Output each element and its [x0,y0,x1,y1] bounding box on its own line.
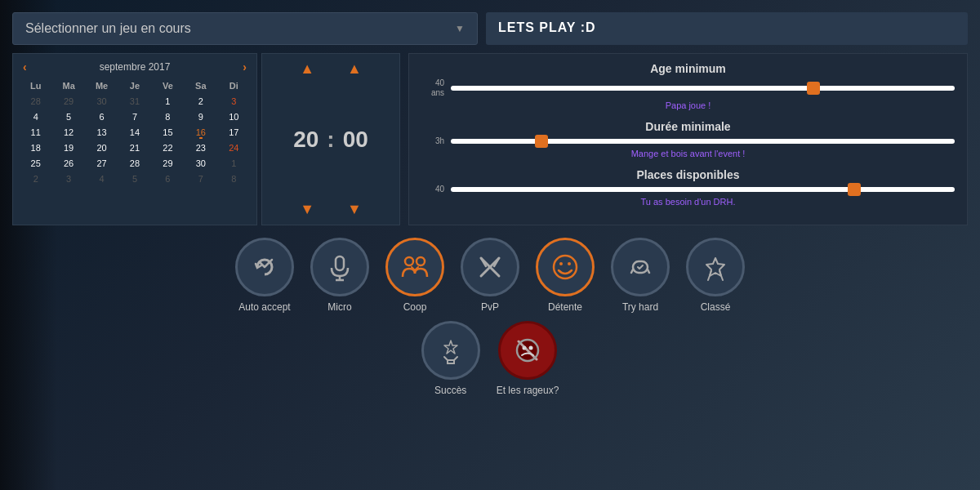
cal-day[interactable]: 2 [185,94,216,109]
cal-day[interactable]: 15 [152,125,184,140]
classe-item[interactable]: Classé [686,238,745,313]
dow-di: Di [218,78,250,93]
places-slider-track[interactable] [451,187,955,192]
duration-slider-thumb[interactable] [535,135,548,148]
cal-day[interactable]: 7 [118,109,150,124]
auto-accept-item[interactable]: Auto accept [235,238,294,313]
succes-item[interactable]: Succès [421,321,480,396]
cal-day[interactable]: 4 [20,109,51,124]
cal-day[interactable]: 3 [218,94,250,109]
cal-day[interactable]: 26 [52,156,84,171]
next-month-button[interactable]: › [243,60,247,74]
cal-day[interactable]: 21 [118,140,150,155]
auto-accept-label: Auto accept [238,301,290,313]
cal-day[interactable]: 8 [218,172,250,186]
svg-point-11 [568,262,571,265]
cal-day[interactable]: 30 [86,94,118,109]
dropdown-arrow-icon: ▼ [455,23,465,34]
coop-icon-circle [385,238,444,296]
cal-day[interactable]: 8 [152,109,184,124]
cal-day[interactable]: 5 [52,109,84,124]
duration-slider-track[interactable] [451,139,955,144]
cal-day[interactable]: 9 [185,109,216,124]
cal-day[interactable]: 25 [20,156,51,171]
prev-month-button[interactable]: ‹ [23,60,27,74]
classe-icon-circle [686,238,745,296]
cal-day[interactable]: 10 [218,109,250,124]
coop-label: Coop [403,301,427,313]
pvp-icon-circle [461,238,519,296]
duration-slider-value: 3h [421,136,444,146]
places-slider-hint: Tu as besoin d'un DRH. [421,197,955,207]
auto-accept-icon-circle [235,238,294,296]
cal-day[interactable]: 6 [152,172,184,186]
cal-day[interactable]: 7 [185,172,216,186]
calendar: ‹ septembre 2017 › Lu Ma Me Je Ve Sa Di … [12,53,257,225]
cal-day[interactable]: 20 [86,140,118,155]
hour-down-button[interactable]: ▼ [300,201,314,218]
cal-day[interactable]: 2 [20,172,51,186]
minute-display: 00 [343,127,368,153]
tryhard-icon [625,252,656,283]
game-selector-label: Sélectionner un jeu en cours [25,21,191,36]
cal-day[interactable]: 28 [20,94,51,109]
rageux-label: Et les rageux? [497,385,559,396]
cal-day[interactable]: 13 [86,125,118,140]
classe-label: Classé [701,301,731,313]
duration-slider-hint: Mange et bois avant l'event ! [421,149,955,158]
rageux-icon-circle [498,321,557,380]
minute-up-button[interactable]: ▲ [347,60,362,78]
age-slider-thumb[interactable] [807,82,820,95]
duration-slider-section: Durée minimale 3h Mange et bois avant l'… [421,120,955,158]
cal-day[interactable]: 28 [118,156,150,171]
succes-icon-circle [421,321,480,380]
cal-day[interactable]: 17 [218,125,250,140]
age-slider-track[interactable] [451,86,955,91]
game-selector-dropdown[interactable]: Sélectionner un jeu en cours ▼ [12,12,478,45]
session-title: LETS PLAY :D [486,12,968,45]
cal-day[interactable]: 30 [185,156,216,171]
dow-sa: Sa [185,78,216,93]
cal-day[interactable]: 31 [118,94,150,109]
dow-lu: Lu [20,78,51,93]
rageux-icon [510,333,545,368]
cal-day-today[interactable]: 16 [185,125,216,140]
cal-day[interactable]: 22 [152,140,184,155]
calendar-grid: Lu Ma Me Je Ve Sa Di 28 29 30 31 1 2 3 [20,78,250,186]
coop-icon [399,251,431,283]
cal-day[interactable]: 4 [86,172,118,186]
micro-icon-circle [310,238,369,296]
cal-day[interactable]: 29 [52,94,84,109]
rageux-item[interactable]: Et les rageux? [497,321,559,396]
cal-day[interactable]: 14 [118,125,150,140]
svg-point-3 [405,257,413,265]
cal-day[interactable]: 1 [218,156,250,171]
pvp-item[interactable]: PvP [461,238,519,313]
cal-day[interactable]: 29 [152,156,184,171]
cal-day[interactable]: 12 [52,125,84,140]
cal-day[interactable]: 11 [20,125,51,140]
minute-down-button[interactable]: ▼ [347,201,362,218]
detente-item[interactable]: Détente [536,238,595,313]
places-slider-thumb[interactable] [848,183,861,196]
hour-up-button[interactable]: ▲ [300,60,314,78]
cal-day[interactable]: 27 [86,156,118,171]
game-mode-icons: Auto accept Micro [12,238,968,404]
cal-day[interactable]: 18 [20,140,51,155]
coop-item[interactable]: Coop [385,238,444,313]
cal-day[interactable]: 23 [185,140,216,155]
pvp-label: PvP [481,301,499,313]
cal-day[interactable]: 19 [52,140,84,155]
time-picker: ▲ ▲ 20 : 00 ▼ ▼ [261,53,400,225]
cal-day[interactable]: 5 [118,172,150,186]
dow-me: Me [86,78,118,93]
auto-accept-icon [249,252,280,283]
age-slider-label: Age minimum [421,62,955,75]
cal-day[interactable]: 1 [152,94,184,109]
micro-item[interactable]: Micro [310,238,369,313]
cal-day[interactable]: 24 [218,140,250,155]
cal-day[interactable]: 3 [52,172,84,186]
cal-day[interactable]: 6 [86,109,118,124]
tryhard-item[interactable]: Try hard [611,238,670,313]
succes-icon [434,334,467,367]
